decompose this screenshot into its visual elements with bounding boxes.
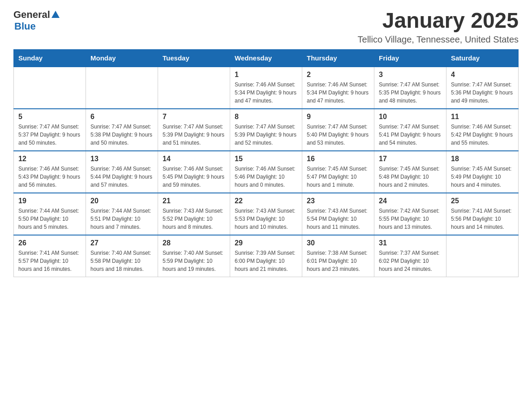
day-info: Sunrise: 7:47 AM Sunset: 5:40 PM Dayligh… [307,123,369,147]
calendar-day-cell: 10Sunrise: 7:47 AM Sunset: 5:41 PM Dayli… [374,109,446,151]
calendar-day-cell: 25Sunrise: 7:41 AM Sunset: 5:56 PM Dayli… [446,193,519,235]
calendar-day-cell: 3Sunrise: 7:47 AM Sunset: 5:35 PM Daylig… [374,67,446,109]
calendar-day-cell: 9Sunrise: 7:47 AM Sunset: 5:40 PM Daylig… [302,109,374,151]
day-info: Sunrise: 7:44 AM Sunset: 5:50 PM Dayligh… [18,207,81,231]
day-number: 10 [379,113,442,121]
calendar-day-cell: 5Sunrise: 7:47 AM Sunset: 5:37 PM Daylig… [14,109,86,151]
day-number: 7 [163,113,225,121]
page-header: General Blue January 2025 Tellico Villag… [13,9,519,45]
calendar-day-cell [158,67,230,109]
calendar-day-cell: 29Sunrise: 7:39 AM Sunset: 6:00 PM Dayli… [230,235,302,277]
svg-marker-0 [51,11,60,18]
day-of-week-header: Monday [86,49,158,67]
calendar-day-cell [446,235,519,277]
day-info: Sunrise: 7:46 AM Sunset: 5:34 PM Dayligh… [235,81,297,105]
calendar-day-cell: 19Sunrise: 7:44 AM Sunset: 5:50 PM Dayli… [14,193,86,235]
day-info: Sunrise: 7:47 AM Sunset: 5:38 PM Dayligh… [90,123,153,147]
calendar-week-row: 12Sunrise: 7:46 AM Sunset: 5:43 PM Dayli… [14,151,519,193]
calendar-day-cell: 4Sunrise: 7:47 AM Sunset: 5:36 PM Daylig… [446,67,519,109]
calendar-day-cell: 24Sunrise: 7:42 AM Sunset: 5:55 PM Dayli… [374,193,446,235]
day-number: 14 [163,155,225,163]
day-info: Sunrise: 7:45 AM Sunset: 5:47 PM Dayligh… [307,165,369,189]
day-of-week-header: Saturday [446,49,519,67]
day-number: 11 [451,113,514,121]
calendar-day-cell: 23Sunrise: 7:43 AM Sunset: 5:54 PM Dayli… [302,193,374,235]
calendar-header: SundayMondayTuesdayWednesdayThursdayFrid… [14,49,519,67]
calendar-day-cell: 15Sunrise: 7:46 AM Sunset: 5:46 PM Dayli… [230,151,302,193]
day-number: 22 [235,197,297,205]
calendar-day-cell: 21Sunrise: 7:43 AM Sunset: 5:52 PM Dayli… [158,193,230,235]
day-info: Sunrise: 7:42 AM Sunset: 5:55 PM Dayligh… [379,207,442,231]
day-info: Sunrise: 7:46 AM Sunset: 5:44 PM Dayligh… [90,165,153,189]
day-info: Sunrise: 7:43 AM Sunset: 5:52 PM Dayligh… [163,207,225,231]
day-number: 4 [451,71,514,79]
day-number: 26 [18,239,81,247]
day-info: Sunrise: 7:40 AM Sunset: 5:59 PM Dayligh… [163,249,225,273]
calendar-day-cell: 13Sunrise: 7:46 AM Sunset: 5:44 PM Dayli… [86,151,158,193]
day-number: 17 [379,155,442,163]
day-number: 12 [18,155,81,163]
day-info: Sunrise: 7:45 AM Sunset: 5:48 PM Dayligh… [379,165,442,189]
day-number: 27 [90,239,153,247]
day-number: 2 [307,71,369,79]
day-info: Sunrise: 7:47 AM Sunset: 5:36 PM Dayligh… [451,81,514,105]
day-info: Sunrise: 7:46 AM Sunset: 5:45 PM Dayligh… [163,165,225,189]
calendar-week-row: 19Sunrise: 7:44 AM Sunset: 5:50 PM Dayli… [14,193,519,235]
day-info: Sunrise: 7:46 AM Sunset: 5:43 PM Dayligh… [18,165,81,189]
day-info: Sunrise: 7:38 AM Sunset: 6:01 PM Dayligh… [307,249,369,273]
day-info: Sunrise: 7:40 AM Sunset: 5:58 PM Dayligh… [90,249,153,273]
calendar-day-cell: 30Sunrise: 7:38 AM Sunset: 6:01 PM Dayli… [302,235,374,277]
day-number: 5 [18,113,81,121]
calendar-day-cell: 28Sunrise: 7:40 AM Sunset: 5:59 PM Dayli… [158,235,230,277]
calendar-day-cell: 6Sunrise: 7:47 AM Sunset: 5:38 PM Daylig… [86,109,158,151]
calendar-week-row: 1Sunrise: 7:46 AM Sunset: 5:34 PM Daylig… [14,67,519,109]
day-of-week-header: Thursday [302,49,374,67]
day-number: 3 [379,71,442,79]
day-number: 24 [379,197,442,205]
day-info: Sunrise: 7:41 AM Sunset: 5:57 PM Dayligh… [18,249,81,273]
day-number: 29 [235,239,297,247]
calendar-day-cell: 8Sunrise: 7:47 AM Sunset: 5:39 PM Daylig… [230,109,302,151]
day-number: 16 [307,155,369,163]
day-number: 13 [90,155,153,163]
day-number: 19 [18,197,81,205]
day-info: Sunrise: 7:44 AM Sunset: 5:51 PM Dayligh… [90,207,153,231]
day-info: Sunrise: 7:47 AM Sunset: 5:39 PM Dayligh… [235,123,297,147]
month-title: January 2025 [358,9,519,33]
calendar-day-cell: 18Sunrise: 7:45 AM Sunset: 5:49 PM Dayli… [446,151,519,193]
day-number: 31 [379,239,442,247]
day-number: 20 [90,197,153,205]
day-info: Sunrise: 7:43 AM Sunset: 5:53 PM Dayligh… [235,207,297,231]
logo: General Blue [13,9,60,32]
day-info: Sunrise: 7:46 AM Sunset: 5:34 PM Dayligh… [307,81,369,105]
calendar-day-cell [86,67,158,109]
day-info: Sunrise: 7:46 AM Sunset: 5:46 PM Dayligh… [235,165,297,189]
calendar-day-cell: 7Sunrise: 7:47 AM Sunset: 5:39 PM Daylig… [158,109,230,151]
calendar-day-cell [14,67,86,109]
logo-triangle-icon [51,11,60,20]
day-number: 21 [163,197,225,205]
day-number: 6 [90,113,153,121]
calendar-day-cell: 2Sunrise: 7:46 AM Sunset: 5:34 PM Daylig… [302,67,374,109]
day-of-week-header: Tuesday [158,49,230,67]
day-number: 18 [451,155,514,163]
day-info: Sunrise: 7:47 AM Sunset: 5:37 PM Dayligh… [18,123,81,147]
calendar-day-cell: 1Sunrise: 7:46 AM Sunset: 5:34 PM Daylig… [230,67,302,109]
calendar-day-cell: 16Sunrise: 7:45 AM Sunset: 5:47 PM Dayli… [302,151,374,193]
day-number: 9 [307,113,369,121]
day-number: 30 [307,239,369,247]
day-of-week-header: Friday [374,49,446,67]
calendar-day-cell: 31Sunrise: 7:37 AM Sunset: 6:02 PM Dayli… [374,235,446,277]
calendar-day-cell: 26Sunrise: 7:41 AM Sunset: 5:57 PM Dayli… [14,235,86,277]
day-info: Sunrise: 7:47 AM Sunset: 5:39 PM Dayligh… [163,123,225,147]
days-of-week-row: SundayMondayTuesdayWednesdayThursdayFrid… [14,49,519,67]
day-info: Sunrise: 7:45 AM Sunset: 5:49 PM Dayligh… [451,165,514,189]
location-title: Tellico Village, Tennessee, United State… [358,34,519,45]
day-number: 23 [307,197,369,205]
day-number: 8 [235,113,297,121]
calendar-body: 1Sunrise: 7:46 AM Sunset: 5:34 PM Daylig… [14,67,519,277]
day-info: Sunrise: 7:41 AM Sunset: 5:56 PM Dayligh… [451,207,514,231]
calendar-week-row: 5Sunrise: 7:47 AM Sunset: 5:37 PM Daylig… [14,109,519,151]
calendar-day-cell: 27Sunrise: 7:40 AM Sunset: 5:58 PM Dayli… [86,235,158,277]
day-number: 25 [451,197,514,205]
